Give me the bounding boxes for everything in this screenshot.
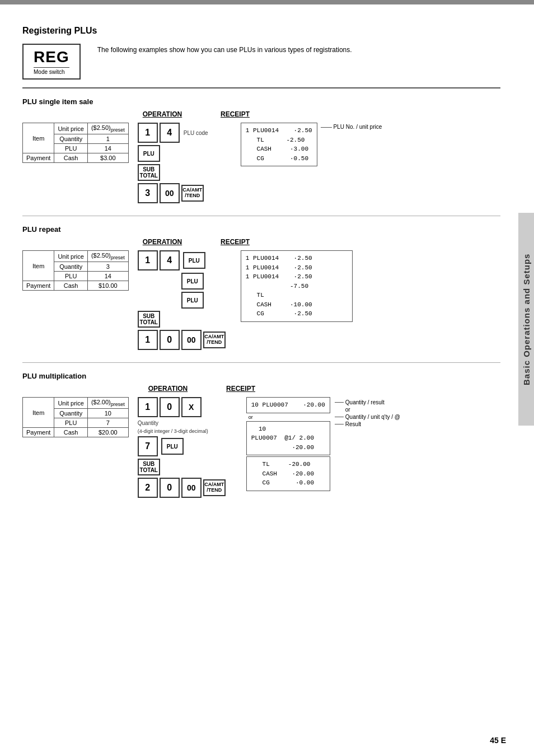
plu-single-op-header: OPERATION — [118, 110, 207, 118]
receipt-box-mult-bottom: TL -20.00 CASH ·20.00 CG ·0.00 — [246, 456, 330, 491]
receipt-box-mult-top: 10 PLU0007 ·20.00 — [246, 397, 330, 413]
plu-single-title: PLU single item sale — [22, 97, 500, 106]
page-number: 45 E — [490, 736, 506, 745]
table-row: Payment Cash $3.00 — [23, 153, 129, 163]
plu-mult-op-header: OPERATION — [118, 385, 218, 393]
page-container: Basic Operations and Setups Registering … — [0, 0, 534, 756]
key-plu[interactable]: PLU — [138, 145, 160, 162]
plu-repeat-receipt: 1 PLU0014 ·2.50 1 PLU0014 ·2.50 1 PLU001… — [241, 250, 353, 322]
annot-result: Result — [345, 421, 361, 427]
plu-code-label: PLU code — [184, 130, 208, 136]
key-00b[interactable]: 00 — [181, 330, 202, 350]
key-0d[interactable]: 0 — [160, 397, 180, 417]
key-ca-tend-d[interactable]: CA/AMT/TEND — [203, 479, 226, 496]
key-row-10x: 1 0 X — [138, 397, 203, 417]
annot-qty-unit: Quantity / unit q'ty / @ — [345, 414, 400, 420]
plu-mult-receipt: 10 PLU0007 ·20.00 or 10 PLU0007 @1/ 2.00… — [246, 397, 400, 491]
key-row-plu2: PLU — [138, 273, 205, 290]
page-title: Registering PLUs — [22, 26, 500, 36]
key-4[interactable]: 4 — [160, 123, 180, 143]
table-row: Payment Cash $20.00 — [23, 428, 129, 437]
plu-single-receipt: 1 PLU0014 ·2.50 TL -2.50 CASH ·3.00 CG ·… — [241, 123, 382, 166]
key-plu-b3[interactable]: PLU — [181, 292, 204, 309]
plu-mult-table: Item Unit price ($2.00)preset Quantity 1… — [22, 397, 129, 437]
receipt-annot-outer: 1 PLU0014 ·2.50 TL -2.50 CASH ·3.00 CG ·… — [241, 123, 382, 166]
key-3[interactable]: 3 — [138, 183, 158, 203]
plu-single-row: Item Unit price ($2.50)preset Quantity 1… — [22, 123, 500, 206]
plu-mult-receipt-header: RECEIPT — [226, 385, 338, 393]
annot-qty-result: Quantity / result — [345, 399, 385, 405]
key-plu-b2[interactable]: PLU — [181, 273, 204, 290]
key-1d[interactable]: 1 — [138, 397, 158, 417]
key-ca-tend[interactable]: CA/AMT/TEND — [181, 185, 204, 202]
key-row-cash-d: 2 0 00 CA/AMT/TEND — [138, 478, 227, 498]
key-4b[interactable]: 4 — [160, 250, 180, 270]
main-content: Registering PLUs REG Mode switch The fol… — [0, 4, 534, 516]
key-plu-b1[interactable]: PLU — [183, 252, 205, 269]
divider-3 — [22, 362, 500, 363]
key-0d2[interactable]: 0 — [160, 478, 180, 498]
table-row: Payment Cash $10.00 — [23, 281, 129, 291]
plu-mult-title: PLU multiplication — [22, 372, 500, 380]
divider-2 — [22, 216, 500, 216]
plu-repeat-row: Item Unit price ($2.50)preset Quantity 3… — [22, 250, 500, 352]
plu-single-table: Item Unit price ($2.50)preset Quantity 1… — [22, 123, 129, 163]
table-row: Item Unit price ($2.50)preset — [23, 123, 129, 134]
key-2d[interactable]: 2 — [138, 478, 158, 498]
key-row-sub-d: SUBTOTAL — [138, 459, 162, 475]
key-row-14: 1 4 PLU code — [138, 123, 208, 143]
reg-label: REG — [34, 48, 69, 66]
plu-single-operation: 1 4 PLU code PLU SUBTOTAL 3 00 CA/AMT/TE… — [138, 123, 227, 206]
plu-mult-row: Item Unit price ($2.00)preset Quantity 1… — [22, 397, 500, 500]
or-text: or — [249, 414, 330, 420]
key-1[interactable]: 1 — [138, 123, 158, 143]
key-subtotal-b[interactable]: SUBTOTAL — [138, 311, 160, 328]
intro-text: The following examples show how you can … — [97, 46, 352, 54]
key-row-plu3: PLU — [138, 292, 205, 309]
key-row-7plu: 7 PLU — [138, 436, 185, 456]
top-bar — [0, 0, 534, 4]
side-tab: Basic Operations and Setups — [518, 213, 534, 426]
table-row: Item Unit price ($2.00)preset — [23, 398, 129, 409]
key-ca-tend-b[interactable]: CA/AMT/TEND — [203, 332, 226, 348]
key-plu-d[interactable]: PLU — [161, 438, 184, 455]
plu-repeat-table: Item Unit price ($2.50)preset Quantity 3… — [22, 250, 129, 291]
plu-mult-operation: 1 0 X Quantity (4-digit integer / 3-digi… — [138, 397, 238, 500]
key-00[interactable]: 00 — [160, 183, 180, 203]
key-0c[interactable]: 0 — [160, 330, 180, 350]
plu-repeat-title: PLU repeat — [22, 225, 500, 234]
plu-repeat-op-header: OPERATION — [118, 238, 207, 246]
plu-single-receipt-header: RECEIPT — [221, 110, 332, 118]
key-row-sub: SUBTOTAL — [138, 164, 162, 181]
receipt-annotation-single: PLU No. / unit price — [334, 124, 382, 130]
qty-label: Quantity — [138, 420, 158, 426]
key-row-plu: PLU — [138, 145, 162, 162]
key-x[interactable]: X — [181, 397, 202, 417]
table-row: Item Unit price ($2.50)preset — [23, 251, 129, 262]
qty-sublabel: (4-digit integer / 3-digit decimal) — [138, 428, 208, 434]
divider-1 — [22, 87, 500, 88]
mode-switch-label: Mode switch — [34, 67, 69, 75]
key-subtotal-d[interactable]: SUBTOTAL — [138, 459, 160, 475]
receipt-box-single: 1 PLU0014 ·2.50 TL -2.50 CASH ·3.00 CG ·… — [241, 123, 317, 166]
annot-or: or — [345, 407, 400, 413]
key-row-cash: 3 00 CA/AMT/TEND — [138, 183, 205, 203]
key-row-14b: 1 4 PLU — [138, 250, 207, 270]
key-00d[interactable]: 00 — [181, 478, 202, 498]
plu-repeat-operation: 1 4 PLU PLU PLU SUBTOTAL 1 0 00 CA/AMT — [138, 250, 227, 352]
key-row-cash-b: 1 0 00 CA/AMT/TEND — [138, 330, 227, 350]
reg-box: REG Mode switch — [22, 44, 81, 80]
key-1b[interactable]: 1 — [138, 250, 158, 270]
key-subtotal[interactable]: SUBTOTAL — [138, 164, 160, 181]
receipt-box-repeat: 1 PLU0014 ·2.50 1 PLU0014 ·2.50 1 PLU001… — [241, 250, 353, 322]
plu-repeat-receipt-header: RECEIPT — [221, 238, 332, 246]
key-7[interactable]: 7 — [138, 436, 158, 456]
receipt-box-mult-mid: 10 PLU0007 @1/ 2.00 ·20.00 — [246, 421, 330, 456]
key-1c[interactable]: 1 — [138, 330, 158, 350]
key-row-sub-b: SUBTOTAL — [138, 311, 162, 328]
